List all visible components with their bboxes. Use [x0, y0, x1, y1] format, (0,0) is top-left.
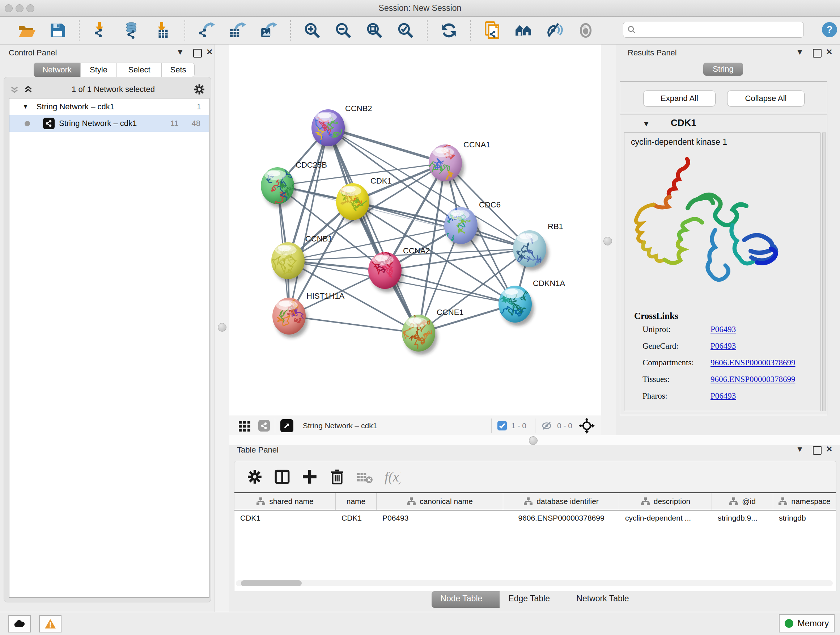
network-node-RB1[interactable] — [513, 230, 549, 272]
show-graphics-details-icon[interactable] — [576, 21, 595, 40]
right-splitter[interactable] — [601, 44, 617, 435]
export-table-icon[interactable] — [228, 21, 247, 40]
network-node-HIST1H1A[interactable] — [272, 298, 308, 338]
network-node-CDK1[interactable] — [336, 183, 371, 223]
table-hscrollbar[interactable] — [236, 580, 833, 586]
collapse-icon[interactable]: ▼ — [22, 103, 28, 111]
expand-all-button[interactable]: Expand All — [643, 90, 715, 106]
crosslink-link[interactable]: 9606.ENSP00000378699 — [711, 358, 796, 367]
table-row[interactable]: CDK1CDK1P064939606.ENSP00000378699cyclin… — [234, 510, 836, 526]
crosslink-link[interactable]: 9606.ENSP00000378699 — [711, 375, 796, 384]
collapse-entry-icon[interactable]: ▼ — [643, 119, 650, 128]
import-network-database-icon[interactable] — [123, 21, 141, 40]
network-analyzer-icon[interactable] — [514, 21, 533, 40]
open-session-icon[interactable] — [17, 21, 36, 40]
save-session-icon[interactable] — [48, 21, 67, 40]
crosslink-link[interactable]: P06493 — [711, 341, 736, 350]
edge-CCNB2-CCNE1[interactable] — [328, 128, 418, 333]
import-table-file-icon[interactable] — [154, 21, 172, 40]
add-column-icon[interactable] — [300, 467, 320, 487]
network-node-CCNB2[interactable] — [311, 109, 347, 156]
refresh-icon[interactable] — [439, 21, 458, 40]
column-header--id[interactable]: @id — [712, 493, 773, 510]
column-header-namespace[interactable]: namespace — [773, 493, 836, 510]
tab-string[interactable]: String — [703, 63, 743, 76]
divider — [275, 418, 275, 433]
column-header-shared-name[interactable]: shared name — [234, 493, 336, 510]
crosslink-link[interactable]: P06493 — [711, 391, 736, 401]
open-in-new-window-icon[interactable] — [280, 419, 294, 432]
results-panel-close-icon[interactable]: ✕ — [826, 48, 832, 57]
column-header-name[interactable]: name — [336, 493, 377, 510]
import-network-file-icon[interactable] — [92, 21, 111, 40]
help-icon[interactable]: ? — [822, 22, 837, 37]
cloud-button[interactable] — [8, 615, 31, 632]
hide-unhide-icon[interactable] — [545, 21, 564, 40]
network-node-CDC6[interactable] — [442, 201, 480, 247]
right-splitter-handle[interactable] — [603, 237, 612, 245]
network-selection-row: 1 of 1 Network selected — [9, 81, 206, 97]
control-panel-menu-icon[interactable]: ▼ — [176, 48, 184, 57]
tab-edge-table[interactable]: Edge Table — [500, 591, 568, 608]
network-node-CDKN1A[interactable] — [496, 286, 534, 326]
export-network-icon[interactable] — [197, 21, 216, 40]
selected-checkbox-icon[interactable] — [497, 420, 508, 431]
split-columns-icon[interactable] — [272, 467, 292, 487]
warning-button[interactable] — [39, 615, 62, 632]
results-panel-float-icon[interactable] — [813, 49, 821, 57]
network-canvas[interactable]: CCNB2CCNA1CDC25BCDK1CDC6RB1CCNB1CCNA2CDK… — [229, 44, 601, 416]
control-panel-float-icon[interactable] — [193, 49, 202, 57]
delete-column-icon[interactable] — [327, 467, 347, 487]
node-label-CDK1: CDK1 — [370, 176, 392, 185]
zoom-fit-icon[interactable] — [365, 21, 384, 40]
crosslink-link[interactable]: P06493 — [711, 325, 736, 334]
left-splitter-handle[interactable] — [218, 323, 226, 332]
table-settings-icon[interactable] — [245, 467, 265, 487]
gear-icon[interactable] — [193, 83, 206, 96]
horizontal-splitter-handle[interactable] — [529, 436, 538, 445]
edge-HIST1H1A-CCNE1[interactable] — [289, 316, 418, 333]
zoom-selected-icon[interactable] — [396, 21, 415, 40]
network-node-CDC25B[interactable] — [261, 167, 296, 207]
collapse-all-button[interactable]: Collapse All — [727, 90, 805, 106]
tab-node-table[interactable]: Node Table — [431, 591, 500, 608]
search-box[interactable] — [623, 22, 804, 38]
network-node-CCNA1[interactable] — [424, 141, 464, 185]
memory-button[interactable]: Memory — [779, 614, 835, 632]
expand-all-icon[interactable] — [23, 84, 34, 95]
column-header-canonical-name[interactable]: canonical name — [377, 493, 503, 510]
tab-select[interactable]: Select — [117, 63, 162, 77]
table-header-row: shared namenamecanonical namedatabase id… — [234, 493, 836, 510]
tab-sets[interactable]: Sets — [162, 63, 195, 77]
network-node-CCNE1[interactable] — [402, 309, 437, 355]
tab-network[interactable]: Network — [34, 63, 80, 77]
node-label-CCNB1: CCNB1 — [305, 234, 332, 243]
column-header-description[interactable]: description — [619, 493, 712, 510]
network-tree-row[interactable]: ▼ String Network – cdk1 1 — [9, 98, 209, 115]
export-image-icon[interactable] — [259, 21, 278, 40]
hidden-eye-icon[interactable] — [540, 419, 554, 432]
control-panel-close-icon[interactable]: ✕ — [206, 48, 213, 57]
tab-style[interactable]: Style — [80, 63, 117, 77]
zoom-in-icon[interactable] — [303, 21, 322, 40]
share-document-icon[interactable] — [483, 21, 502, 40]
table-hscrollbar-thumb[interactable] — [241, 580, 302, 586]
fit-content-crosshair-icon[interactable] — [579, 418, 595, 434]
results-panel-menu-icon[interactable]: ▼ — [796, 48, 804, 57]
horizontal-splitter[interactable] — [229, 435, 840, 446]
search-input[interactable] — [639, 25, 804, 35]
table-panel-close-icon[interactable]: ✕ — [826, 445, 832, 454]
grid-view-icon[interactable] — [237, 418, 252, 433]
results-scrollbar[interactable] — [822, 133, 826, 411]
network-tree-row[interactable]: String Network – cdk1 11 48 — [9, 115, 209, 132]
left-splitter[interactable] — [214, 44, 230, 612]
table-panel-float-icon[interactable] — [813, 446, 821, 455]
table-panel-menu-icon[interactable]: ▼ — [796, 445, 804, 454]
toolbar-separator — [185, 20, 185, 41]
collapse-all-icon[interactable] — [9, 84, 20, 95]
application-window: Session: New Session ? Control Panel ▼ ✕… — [0, 0, 840, 635]
zoom-out-icon[interactable] — [334, 21, 353, 40]
tab-network-table[interactable]: Network Table — [568, 591, 638, 608]
string-app-icon-disabled[interactable] — [258, 420, 270, 432]
column-header-database-identifier[interactable]: database identifier — [503, 493, 619, 510]
